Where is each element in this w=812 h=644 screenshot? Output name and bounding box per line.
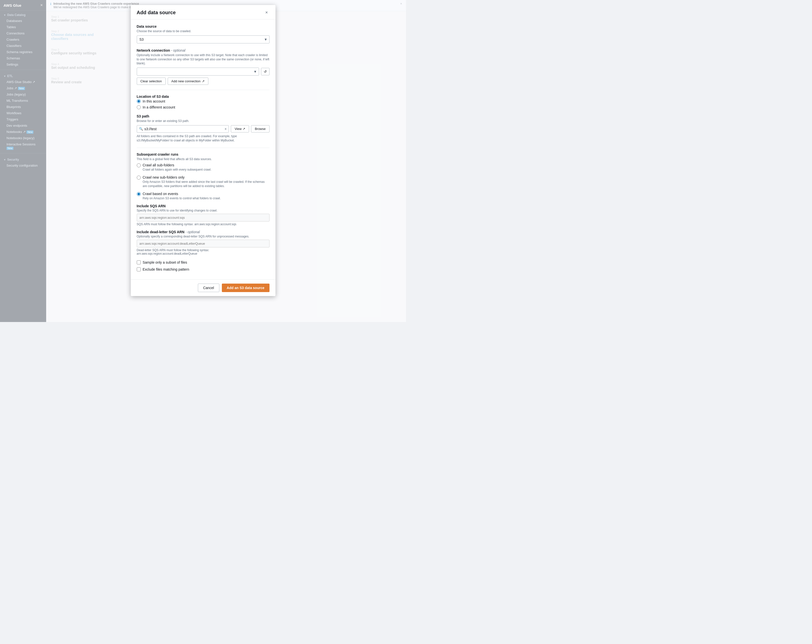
data-source-desc: Choose the source of data to be crawled. bbox=[137, 29, 270, 33]
modal-close-button[interactable]: × bbox=[264, 9, 270, 16]
network-connection-label: Network connection - optional bbox=[137, 49, 270, 52]
exclude-pattern-checkbox-item[interactable]: Exclude files matching pattern bbox=[137, 267, 270, 271]
location-section: Location of S3 data In this account In a… bbox=[137, 94, 270, 109]
radio-item-different-account[interactable]: In a different account bbox=[137, 105, 270, 109]
radio-crawl-new[interactable]: Crawl new sub-folders only bbox=[137, 175, 270, 180]
sqs-hint: SQS ARN must follow the following syntax… bbox=[137, 222, 270, 226]
sqs-label: Include SQS ARN bbox=[137, 204, 270, 208]
exclude-pattern-label: Exclude files matching pattern bbox=[143, 267, 189, 271]
clear-selection-button[interactable]: Clear selection bbox=[137, 78, 166, 85]
data-source-section: Data source Choose the source of data to… bbox=[137, 24, 270, 43]
network-refresh-button[interactable]: ↺ bbox=[261, 68, 270, 75]
s3-path-section: S3 path Browse for or enter an existing … bbox=[137, 114, 270, 142]
sample-files-checkbox[interactable] bbox=[137, 260, 141, 264]
crawl-option-events: Crawl based on events Rely on Amazon S3 … bbox=[137, 192, 270, 201]
browse-button[interactable]: Browse bbox=[251, 125, 269, 132]
radio-crawl-events[interactable]: Crawl based on events bbox=[137, 192, 270, 196]
subsequent-runs-label: Subsequent crawler runs bbox=[137, 152, 270, 156]
network-connection-desc: Optionally include a Network connection … bbox=[137, 53, 270, 65]
modal-title: Add data source bbox=[137, 10, 176, 15]
crawl-new-desc: Only Amazon S3 folders that were added s… bbox=[143, 180, 270, 188]
location-label: Location of S3 data bbox=[137, 94, 270, 99]
radio-this-account[interactable] bbox=[137, 99, 141, 103]
sqs-desc: Specify the SQS ARN to use for identifyi… bbox=[137, 209, 270, 212]
s3-path-input[interactable] bbox=[145, 127, 225, 131]
add-new-connection-button[interactable]: Add new connection ↗ bbox=[168, 78, 208, 85]
location-radio-group: In this account In a different account bbox=[137, 99, 270, 109]
add-data-source-modal: Add data source × Data source Choose the… bbox=[131, 5, 275, 296]
view-button[interactable]: View ↗ bbox=[231, 125, 249, 132]
external-link-icon: ↗ bbox=[202, 79, 205, 83]
modal-header: Add data source × bbox=[131, 5, 275, 20]
radio-crawl-events-input[interactable] bbox=[137, 192, 141, 196]
network-connection-input[interactable] bbox=[137, 68, 259, 76]
modal-overlay: Add data source × Data source Choose the… bbox=[0, 0, 406, 322]
radio-item-this-account[interactable]: In this account bbox=[137, 99, 270, 103]
dead-letter-sqs-desc: Optionally specify a corresponding dead-… bbox=[137, 235, 270, 238]
network-connection-section: Network connection - optional Optionally… bbox=[137, 49, 270, 85]
s3-clear-icon[interactable]: × bbox=[224, 127, 227, 131]
data-source-select[interactable]: S3 JDBC DynamoDB MongoDB DocumentDB bbox=[137, 35, 270, 43]
data-source-label: Data source bbox=[137, 24, 270, 29]
cancel-button[interactable]: Cancel bbox=[198, 283, 219, 292]
sample-files-checkbox-item[interactable]: Sample only a subset of files bbox=[137, 260, 270, 264]
modal-body: Data source Choose the source of data to… bbox=[131, 20, 275, 279]
s3-path-hint: All folders and files contained in the S… bbox=[137, 134, 270, 143]
network-input-row: ▼ ↺ bbox=[137, 68, 270, 76]
s3-path-row: 🔍 × View ↗ Browse bbox=[137, 125, 270, 133]
radio-crawl-all-input[interactable] bbox=[137, 163, 141, 167]
dead-letter-sqs-label: Include dead-letter SQS ARN - optional bbox=[137, 230, 270, 234]
data-source-select-wrapper: S3 JDBC DynamoDB MongoDB DocumentDB ▼ bbox=[137, 35, 270, 43]
s3-path-label: S3 path bbox=[137, 114, 270, 118]
divider-2 bbox=[137, 148, 270, 148]
subsequent-runs-desc: This field is a global field that affect… bbox=[137, 157, 270, 161]
radio-different-account[interactable] bbox=[137, 105, 141, 109]
network-optional-tag: - optional bbox=[171, 49, 185, 52]
sqs-input[interactable] bbox=[137, 214, 270, 221]
crawl-events-desc: Rely on Amazon S3 events to control what… bbox=[143, 196, 270, 201]
view-external-icon: ↗ bbox=[243, 127, 245, 131]
subsequent-runs-section: Subsequent crawler runs This field is a … bbox=[137, 152, 270, 256]
s3-path-desc: Browse for or enter an existing S3 path. bbox=[137, 119, 270, 123]
dead-letter-sqs-section: Include dead-letter SQS ARN - optional O… bbox=[137, 230, 270, 256]
s3-input-wrapper: 🔍 × bbox=[137, 125, 229, 133]
dead-letter-sqs-input[interactable] bbox=[137, 240, 270, 247]
crawl-all-desc: Crawl all folders again with every subse… bbox=[143, 167, 270, 172]
network-input-wrapper: ▼ bbox=[137, 68, 259, 76]
sample-files-label: Sample only a subset of files bbox=[143, 260, 187, 264]
radio-crawl-new-input[interactable] bbox=[137, 176, 141, 180]
dead-letter-sqs-hint: Dead-letter SQS ARN must follow the foll… bbox=[137, 248, 270, 256]
exclude-pattern-checkbox[interactable] bbox=[137, 267, 141, 271]
add-s3-data-source-button[interactable]: Add an S3 data source bbox=[222, 283, 270, 292]
crawl-option-new: Crawl new sub-folders only Only Amazon S… bbox=[137, 175, 270, 188]
dead-letter-optional-tag: - optional bbox=[185, 230, 200, 234]
connection-buttons: Clear selection Add new connection ↗ bbox=[137, 78, 270, 85]
radio-crawl-all[interactable]: Crawl all sub-folders bbox=[137, 163, 270, 167]
modal-footer: Cancel Add an S3 data source bbox=[131, 279, 275, 296]
crawl-option-all: Crawl all sub-folders Crawl all folders … bbox=[137, 163, 270, 172]
s3-search-icon: 🔍 bbox=[139, 127, 143, 131]
sqs-section: Include SQS ARN Specify the SQS ARN to u… bbox=[137, 204, 270, 226]
